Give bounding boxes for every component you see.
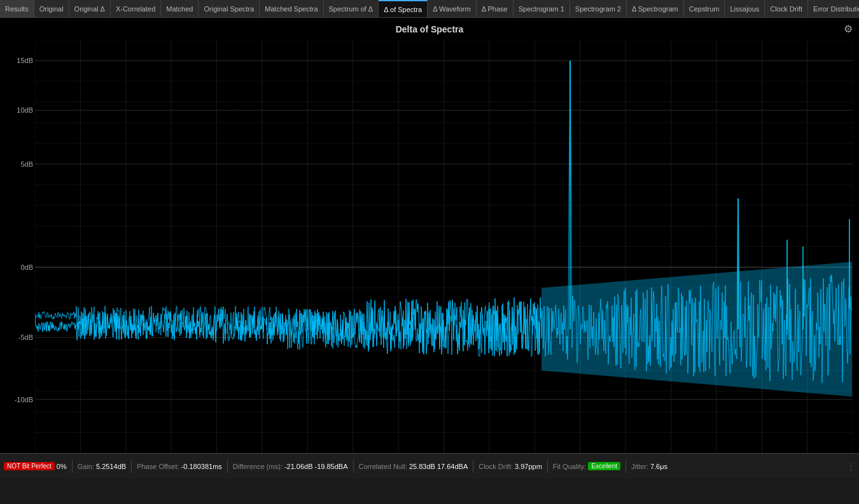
correlated-null-item: Correlated Null: 25.83dB 17.64dBA (359, 463, 468, 470)
clock-drift-item: Clock Drift: 3.97ppm (478, 463, 542, 470)
tab-results[interactable]: Results (0, 0, 34, 17)
y-label-10dB: 10dB (17, 106, 33, 114)
y-label-5dB: 5dB (20, 160, 33, 168)
tab-spectrogram-2[interactable]: Spectrogram 2 (570, 0, 627, 17)
tab-error-distribution[interactable]: Error Distribution (808, 0, 859, 17)
tab-lissajous[interactable]: Lissajous (725, 0, 765, 17)
clock-drift-value: 3.97ppm (515, 463, 542, 470)
main-chart-canvas (35, 40, 853, 453)
tab-spectrogram-1[interactable]: Spectrogram 1 (513, 0, 570, 17)
fit-quality-label: Fit Quality: (553, 463, 587, 470)
tab-delta-spectrogram[interactable]: Δ Spectrogram (627, 0, 684, 17)
tab-x-correlated[interactable]: X-Correlated (111, 0, 161, 17)
tab-matched[interactable]: Matched (161, 0, 199, 17)
correlated-null-value: 25.83dB (409, 463, 435, 470)
fit-quality-value: Excellent (588, 462, 620, 470)
tab-delta-waveform[interactable]: Δ Waveform (428, 0, 477, 17)
jitter-item: Jitter: 7.6μs (631, 463, 667, 470)
tab-spectrum-of-delta[interactable]: Spectrum of Δ (324, 0, 379, 17)
y-label-15dB: 15dB (17, 57, 33, 64)
chart-canvas-wrapper (35, 40, 853, 453)
gain-item: Gain: 5.2514dB (78, 463, 126, 470)
not-bit-perfect-value: 0% (57, 463, 67, 470)
tab-original-delta[interactable]: Original Δ (69, 0, 111, 17)
difference-ms-item: Difference (ms): -21.06dB -19.85dBA (233, 463, 348, 470)
correlated-null-value2: 17.64dBA (437, 463, 468, 470)
difference-dba-value: -19.85dBA (315, 463, 348, 470)
not-bit-perfect-label: NOT Bit Perfect (4, 462, 55, 470)
y-axis: 15dB10dB5dB0dB-5dB-10dB (0, 40, 35, 453)
gain-value: 5.2514dB (96, 463, 126, 470)
tab-matched-spectra[interactable]: Matched Spectra (260, 0, 323, 17)
clock-drift-label: Clock Drift: (478, 463, 513, 470)
correlated-null-label: Correlated Null: (359, 463, 407, 470)
jitter-label: Jitter: (631, 463, 648, 470)
chart-title: Delta of Spectra (396, 24, 464, 34)
tab-cepstrum[interactable]: Cepstrum (684, 0, 725, 17)
tab-original-spectra[interactable]: Original Spectra (199, 0, 260, 17)
settings-button[interactable]: ⚙ (844, 23, 853, 35)
y-label--10dB: -10dB (15, 396, 33, 403)
tab-bar: ResultsOriginalOriginal ΔX-CorrelatedMat… (0, 0, 859, 18)
tab-clock-drift[interactable]: Clock Drift (765, 0, 808, 17)
tab-delta-of-spectra[interactable]: Δ of Spectra (379, 0, 428, 17)
status-bar: NOT Bit Perfect 0% Gain: 5.2514dB Phase … (0, 453, 859, 479)
difference-ms-value: -21.06dB (284, 463, 313, 470)
phase-offset-value: -0.180381ms (181, 463, 222, 470)
chart-container: Delta of Spectra ⚙ 15dB10dB5dB0dB-5dB-10… (0, 18, 859, 479)
y-label-0dB: 0dB (20, 263, 33, 271)
tab-original[interactable]: Original (34, 0, 69, 17)
gain-label: Gain: (78, 463, 94, 470)
fit-quality-item: Fit Quality: Excellent (553, 462, 620, 470)
phase-offset-item: Phase Offset: -0.180381ms (137, 463, 222, 470)
not-bit-perfect: NOT Bit Perfect 0% (4, 462, 67, 470)
jitter-value: 7.6μs (650, 463, 667, 470)
difference-ms-label: Difference (ms): (233, 463, 283, 470)
y-label--5dB: -5dB (18, 333, 33, 341)
phase-offset-label: Phase Offset: (137, 463, 179, 470)
tab-delta-phase[interactable]: Δ Phase (477, 0, 513, 17)
resize-handle[interactable]: ⋮ (846, 461, 855, 472)
